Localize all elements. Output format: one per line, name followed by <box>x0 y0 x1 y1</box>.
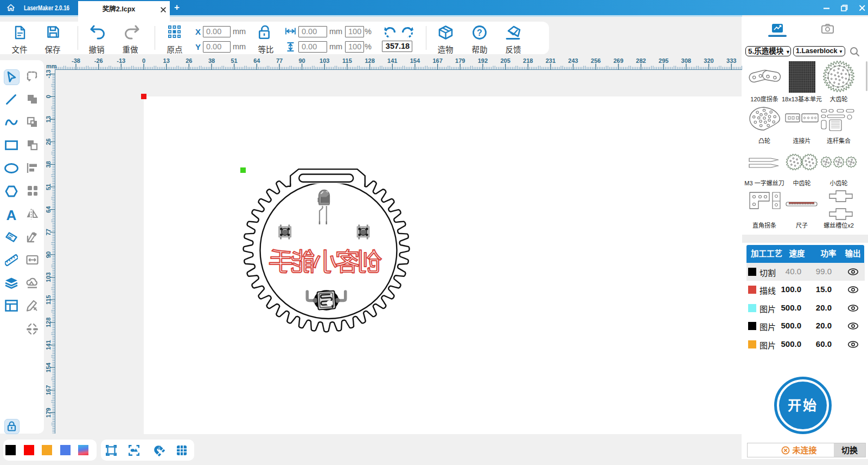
svg-text:115: 115 <box>342 59 352 64</box>
svg-text:154: 154 <box>46 362 52 372</box>
svg-text:269: 269 <box>614 59 623 64</box>
svg-text:26: 26 <box>46 138 52 145</box>
svg-text:103: 103 <box>46 272 52 282</box>
svg-text:192: 192 <box>478 59 488 64</box>
svg-text:256: 256 <box>591 59 601 64</box>
svg-text:13: 13 <box>46 116 52 122</box>
svg-text:51: 51 <box>231 59 237 64</box>
svg-text:282: 282 <box>636 59 646 64</box>
svg-text:90: 90 <box>46 251 52 258</box>
svg-text:295: 295 <box>659 59 668 64</box>
svg-text:141: 141 <box>387 59 397 64</box>
svg-text:179: 179 <box>46 408 52 417</box>
svg-text:320: 320 <box>704 59 713 64</box>
svg-text:167: 167 <box>432 59 442 64</box>
svg-text:167: 167 <box>46 385 52 395</box>
svg-text:205: 205 <box>500 59 510 64</box>
svg-text:77: 77 <box>46 229 52 235</box>
svg-text:0: 0 <box>46 95 52 98</box>
svg-text:128: 128 <box>365 59 374 64</box>
svg-text:64: 64 <box>46 206 52 213</box>
svg-text:77: 77 <box>276 59 283 64</box>
svg-text:26: 26 <box>186 59 192 64</box>
svg-text:创客小能手: 创客小能手 <box>270 248 382 276</box>
svg-text:141: 141 <box>46 340 52 350</box>
svg-text:-13: -13 <box>46 70 52 79</box>
svg-text:103: 103 <box>320 59 329 64</box>
svg-text:231: 231 <box>546 59 556 64</box>
svg-text:38: 38 <box>46 161 52 167</box>
svg-text:64: 64 <box>253 59 260 64</box>
svg-text:128: 128 <box>46 318 52 327</box>
svg-text:-38: -38 <box>72 59 80 64</box>
svg-text:243: 243 <box>568 59 578 64</box>
svg-text:38: 38 <box>208 59 215 64</box>
svg-text:179: 179 <box>455 59 465 64</box>
svg-text:51: 51 <box>46 184 52 190</box>
svg-text:0: 0 <box>142 59 145 64</box>
svg-text:115: 115 <box>46 295 52 305</box>
svg-text:90: 90 <box>298 59 305 64</box>
svg-text:154: 154 <box>410 59 420 64</box>
svg-text:?: ? <box>477 28 482 37</box>
svg-text:-13: -13 <box>117 59 125 64</box>
svg-text:13: 13 <box>163 59 170 64</box>
svg-text:218: 218 <box>523 59 533 64</box>
svg-text:333: 333 <box>726 59 736 64</box>
svg-text:308: 308 <box>681 59 691 64</box>
svg-text:-26: -26 <box>94 59 103 64</box>
